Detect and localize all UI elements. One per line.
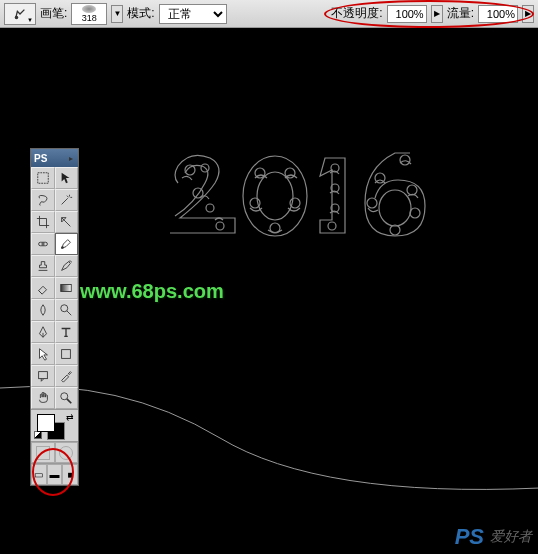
screenmode-row: ▭ ▬ ■ bbox=[31, 463, 78, 485]
svg-point-17 bbox=[379, 190, 411, 226]
flow-input[interactable] bbox=[478, 5, 518, 23]
pen-tool[interactable] bbox=[31, 321, 55, 343]
chevron-down-icon: ▼ bbox=[27, 17, 33, 23]
svg-point-4 bbox=[206, 204, 214, 212]
standard-mode-button[interactable] bbox=[31, 442, 55, 463]
path-select-tool[interactable] bbox=[31, 343, 55, 365]
swap-colors-icon[interactable]: ⇄ bbox=[66, 412, 74, 422]
curve-path bbox=[0, 368, 538, 548]
svg-point-18 bbox=[400, 155, 410, 165]
tools-panel: PS ▸ ⇄ ▭ ▬ ■ bbox=[30, 148, 79, 486]
brush-size-value: 318 bbox=[82, 13, 97, 23]
slice-tool[interactable] bbox=[55, 211, 79, 233]
opacity-flyout-button[interactable]: ▶ bbox=[431, 5, 443, 23]
blend-mode-select[interactable]: 正常 bbox=[159, 4, 227, 24]
svg-point-0 bbox=[15, 15, 19, 19]
hand-tool[interactable] bbox=[31, 387, 55, 409]
marquee-tool[interactable] bbox=[31, 167, 55, 189]
footer-watermark: PS 爱好者 bbox=[455, 524, 532, 550]
tools-panel-title: PS bbox=[34, 153, 47, 164]
eyedropper-tool[interactable] bbox=[55, 365, 79, 387]
flow-label: 流量: bbox=[447, 5, 474, 22]
healing-tool[interactable] bbox=[31, 233, 55, 255]
artwork-2016 bbox=[160, 148, 460, 258]
quickmask-row bbox=[31, 441, 78, 463]
svg-point-22 bbox=[410, 208, 420, 218]
quickmask-mode-button[interactable] bbox=[55, 442, 79, 463]
eraser-tool[interactable] bbox=[31, 277, 55, 299]
notes-tool[interactable] bbox=[31, 365, 55, 387]
options-toolbar: ▼ 画笔: 318 ▼ 模式: 正常 不透明度: ▶ 流量: ▶ bbox=[0, 0, 538, 28]
svg-rect-30 bbox=[38, 372, 47, 379]
gradient-tool[interactable] bbox=[55, 277, 79, 299]
wand-tool[interactable] bbox=[55, 189, 79, 211]
svg-point-11 bbox=[290, 198, 300, 208]
svg-point-16 bbox=[328, 222, 336, 230]
opacity-input[interactable] bbox=[387, 5, 427, 23]
foreground-color[interactable] bbox=[37, 414, 55, 432]
svg-point-26 bbox=[61, 246, 64, 249]
watermark-text: www.68ps.com bbox=[80, 280, 224, 303]
screen-standard-button[interactable]: ▭ bbox=[31, 464, 47, 485]
svg-rect-27 bbox=[61, 285, 72, 292]
brush-preset-picker[interactable]: 318 bbox=[71, 3, 107, 25]
svg-point-7 bbox=[257, 172, 293, 220]
svg-point-5 bbox=[216, 222, 224, 230]
blur-tool[interactable] bbox=[31, 299, 55, 321]
screen-full-button[interactable]: ■ bbox=[62, 464, 78, 485]
lasso-tool[interactable] bbox=[31, 189, 55, 211]
svg-point-20 bbox=[367, 198, 377, 208]
tools-panel-header[interactable]: PS ▸ bbox=[31, 149, 78, 167]
brush-tool[interactable] bbox=[55, 233, 79, 255]
panel-menu-icon[interactable]: ▸ bbox=[64, 151, 78, 165]
zoom-tool[interactable] bbox=[55, 387, 79, 409]
footer-logo: PS bbox=[455, 524, 484, 550]
color-swatch[interactable]: ⇄ bbox=[31, 409, 78, 441]
screen-fullmenu-button[interactable]: ▬ bbox=[47, 464, 63, 485]
brush-shape-icon bbox=[82, 5, 96, 13]
dodge-tool[interactable] bbox=[55, 299, 79, 321]
opacity-label: 不透明度: bbox=[331, 5, 382, 22]
history-brush-tool[interactable] bbox=[55, 255, 79, 277]
tools-grid bbox=[31, 167, 78, 409]
current-tool-icon[interactable]: ▼ bbox=[4, 3, 36, 25]
move-tool[interactable] bbox=[55, 167, 79, 189]
default-colors-icon[interactable] bbox=[34, 431, 42, 439]
svg-rect-24 bbox=[38, 173, 49, 184]
brush-label: 画笔: bbox=[40, 5, 67, 22]
svg-rect-29 bbox=[62, 350, 71, 359]
footer-text: 爱好者 bbox=[490, 528, 532, 546]
type-tool[interactable] bbox=[55, 321, 79, 343]
flow-flyout-button[interactable]: ▶ bbox=[522, 5, 534, 23]
canvas-area[interactable]: www.68ps.com bbox=[0, 28, 538, 554]
svg-point-28 bbox=[61, 305, 68, 312]
svg-point-31 bbox=[61, 393, 68, 400]
svg-point-10 bbox=[250, 198, 260, 208]
stamp-tool[interactable] bbox=[31, 255, 55, 277]
brush-flyout-button[interactable]: ▼ bbox=[111, 5, 123, 23]
crop-tool[interactable] bbox=[31, 211, 55, 233]
shape-tool[interactable] bbox=[55, 343, 79, 365]
svg-point-6 bbox=[243, 156, 307, 236]
svg-point-23 bbox=[407, 185, 417, 195]
mode-label: 模式: bbox=[127, 5, 154, 22]
